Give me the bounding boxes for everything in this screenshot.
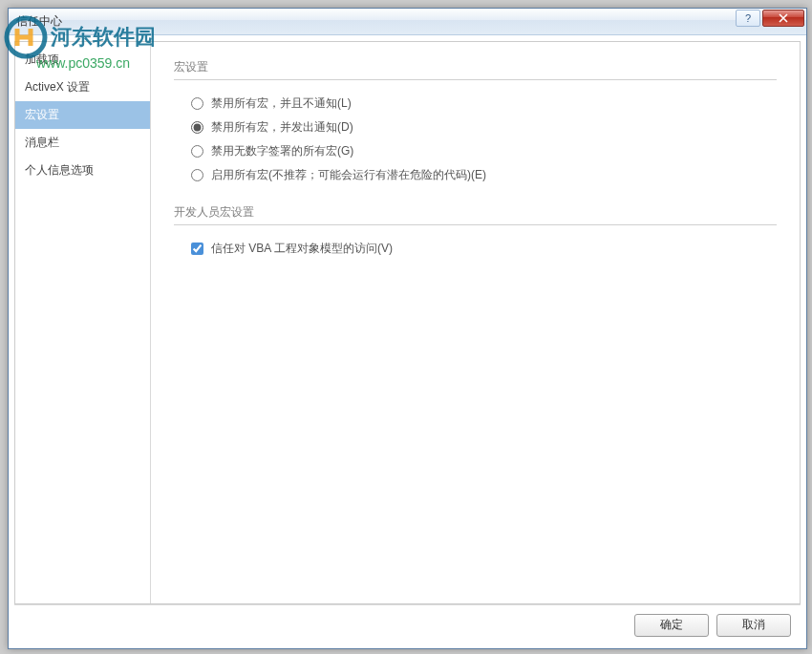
sidebar-item-addins[interactable]: 加载项 — [15, 46, 150, 74]
trust-center-dialog: 信任中心 ? 加载项 ActiveX 设置 宏设置 消息栏 个人信息选项 宏设置… — [8, 8, 807, 649]
radio-disable-no-notify[interactable]: 禁用所有宏，并且不通知(L) — [174, 92, 777, 116]
sidebar-item-message-bar[interactable]: 消息栏 — [15, 129, 150, 157]
cancel-button[interactable]: 取消 — [716, 614, 791, 637]
content-area: 加载项 ActiveX 设置 宏设置 消息栏 个人信息选项 宏设置 禁用所有宏，… — [14, 41, 801, 604]
titlebar-controls: ? — [736, 10, 804, 27]
radio-enable-all[interactable]: 启用所有宏(不推荐；可能会运行有潜在危险的代码)(E) — [174, 163, 777, 187]
radio-disable-unsigned[interactable]: 禁用无数字签署的所有宏(G) — [174, 139, 777, 163]
sidebar-item-privacy[interactable]: 个人信息选项 — [15, 157, 150, 184]
radio-disable-unsigned-input[interactable] — [191, 145, 203, 158]
radio-enable-all-input[interactable] — [191, 169, 203, 181]
radio-disable-notify-label: 禁用所有宏，并发出通知(D) — [211, 119, 353, 136]
checkbox-trust-vba-label: 信任对 VBA 工程对象模型的访问(V) — [211, 241, 393, 257]
radio-disable-no-notify-input[interactable] — [191, 97, 203, 110]
checkbox-trust-vba-input[interactable] — [191, 243, 203, 255]
checkbox-trust-vba[interactable]: 信任对 VBA 工程对象模型的访问(V) — [174, 237, 777, 261]
sidebar-item-activex[interactable]: ActiveX 设置 — [15, 74, 150, 101]
main-panel: 宏设置 禁用所有宏，并且不通知(L) 禁用所有宏，并发出通知(D) 禁用无数字签… — [151, 42, 800, 603]
section-developer-header: 开发人员宏设置 — [174, 204, 777, 225]
help-button[interactable]: ? — [736, 10, 760, 27]
radio-enable-all-label: 启用所有宏(不推荐；可能会运行有潜在危险的代码)(E) — [211, 167, 486, 183]
radio-disable-unsigned-label: 禁用无数字签署的所有宏(G) — [211, 143, 353, 159]
radio-disable-notify[interactable]: 禁用所有宏，并发出通知(D) — [174, 116, 777, 139]
radio-disable-notify-input[interactable] — [191, 121, 203, 134]
close-icon — [779, 13, 788, 23]
sidebar-item-macro-settings[interactable]: 宏设置 — [15, 101, 150, 129]
titlebar[interactable]: 信任中心 ? — [9, 9, 806, 35]
sidebar: 加载项 ActiveX 设置 宏设置 消息栏 个人信息选项 — [15, 42, 151, 603]
close-button[interactable] — [762, 10, 804, 27]
radio-disable-no-notify-label: 禁用所有宏，并且不通知(L) — [211, 95, 352, 112]
ok-button[interactable]: 确定 — [634, 614, 709, 637]
button-bar: 确定 取消 — [14, 604, 801, 644]
section-macro-settings-header: 宏设置 — [174, 59, 777, 80]
window-title: 信任中心 — [16, 13, 62, 30]
